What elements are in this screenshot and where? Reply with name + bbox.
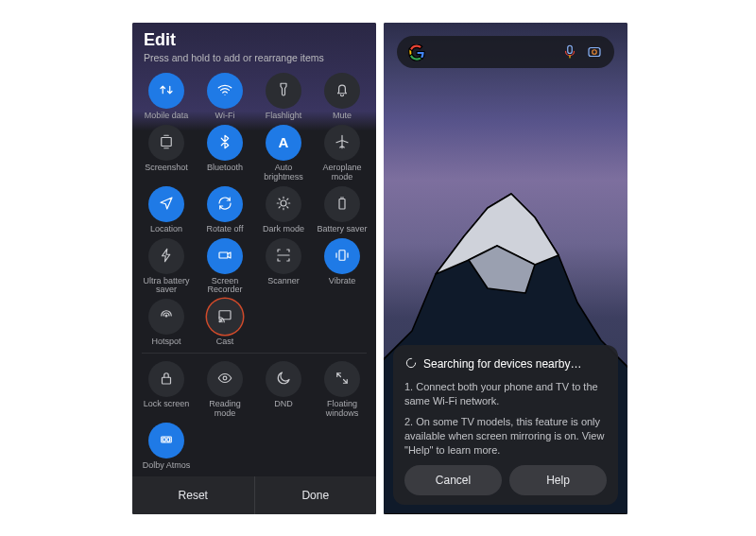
rotate-icon (216, 195, 233, 214)
tile-lock-screen[interactable]: Lock screen (138, 361, 195, 419)
cast-icon (216, 307, 233, 326)
mic-icon[interactable] (561, 43, 578, 61)
tile-ultra-battery[interactable]: Ultra battery saver (138, 238, 195, 296)
eye-icon (216, 370, 233, 389)
screenshot-icon (158, 133, 175, 152)
google-logo-icon (408, 44, 423, 60)
dolby-icon (158, 431, 175, 450)
tile-label: Floating windows (317, 400, 368, 419)
phone-right-cast-dialog: Searching for devices nearby… 1. Connect… (384, 23, 627, 514)
tile-battery-saver[interactable]: Battery saver (314, 186, 370, 234)
cast-searching-dialog: Searching for devices nearby… 1. Connect… (393, 345, 618, 505)
tile-label: Vibrate (329, 277, 355, 286)
hotspot-icon (158, 307, 175, 326)
tile-label: Screen Recorder (199, 277, 250, 296)
lock-icon (158, 370, 175, 389)
help-button[interactable]: Help (509, 465, 607, 495)
done-button[interactable]: Done (255, 476, 377, 514)
tile-label: Wi-Fi (215, 112, 235, 121)
tile-dolby[interactable]: Dolby Atmos (138, 423, 195, 471)
location-icon (158, 195, 175, 214)
tile-label: Scanner (267, 277, 300, 286)
svg-rect-3 (219, 252, 228, 258)
tile-mobile-data[interactable]: Mobile data (138, 73, 195, 121)
tile-label: Mobile data (145, 112, 189, 121)
panel-header: Edit Press and hold to add or rearrange … (132, 23, 376, 67)
svg-point-5 (165, 315, 167, 317)
bottom-button-row: Reset Done (132, 476, 376, 514)
tile-grid-active: Mobile data Wi-Fi Flashlight Mute Screen… (132, 67, 376, 349)
tile-hotspot[interactable]: Hotspot (138, 299, 195, 347)
tile-aeroplane[interactable]: Aeroplane mode (314, 125, 370, 182)
brightness-icon: A (279, 135, 289, 149)
tile-cast[interactable]: Cast (197, 299, 253, 347)
tile-label: Hotspot (151, 337, 180, 347)
video-icon (216, 247, 233, 266)
tile-label: Mute (333, 112, 352, 121)
google-search-bar[interactable] (397, 36, 614, 68)
tile-label: Auto brightness (258, 164, 309, 182)
expand-icon (334, 370, 351, 389)
svg-point-11 (163, 438, 165, 442)
wifi-icon (216, 81, 233, 100)
svg-point-12 (167, 438, 170, 442)
page-subtitle: Press and hold to add or rearrange items (144, 52, 365, 63)
svg-point-15 (406, 358, 415, 367)
flashlight-icon (275, 81, 292, 100)
scan-icon (275, 247, 292, 266)
bell-icon (334, 81, 351, 100)
tile-label: Location (150, 225, 182, 234)
tile-screen-recorder[interactable]: Screen Recorder (197, 238, 253, 296)
svg-point-7 (219, 321, 221, 323)
tile-auto-brightness[interactable]: A Auto brightness (255, 125, 312, 182)
tile-label: Cast (216, 337, 234, 347)
tile-rotate[interactable]: Rotate off (197, 186, 253, 234)
svg-rect-8 (163, 377, 171, 384)
tile-location[interactable]: Location (138, 186, 195, 234)
tile-label: DND (274, 400, 293, 409)
mobile-data-icon (158, 81, 175, 100)
svg-point-1 (281, 200, 286, 206)
tile-label: Reading mode (199, 400, 250, 419)
cancel-button[interactable]: Cancel (404, 465, 502, 495)
tile-grid-inactive: Lock screen Reading mode DND Floating wi… (132, 355, 376, 473)
phone-left-quick-settings: Edit Press and hold to add or rearrange … (132, 23, 376, 514)
tile-label: Bluetooth (207, 164, 243, 173)
tile-mute[interactable]: Mute (314, 73, 370, 121)
tile-label: Lock screen (144, 400, 190, 409)
tile-bluetooth[interactable]: Bluetooth (197, 125, 253, 182)
reset-button[interactable]: Reset (132, 476, 254, 514)
tile-label: Battery saver (317, 225, 367, 234)
svg-rect-13 (589, 48, 600, 57)
tile-label: Aeroplane mode (317, 164, 368, 182)
tile-scanner[interactable]: Scanner (255, 238, 312, 296)
spinner-icon (404, 356, 418, 372)
dark-mode-icon (275, 195, 292, 214)
bluetooth-icon (216, 133, 233, 152)
dialog-step-1: 1. Connect both your phone and TV to the… (404, 380, 607, 408)
svg-rect-0 (162, 137, 172, 146)
dialog-button-row: Cancel Help (404, 465, 607, 495)
tile-label: Screenshot (145, 164, 188, 173)
divider (142, 353, 367, 354)
tile-vibrate[interactable]: Vibrate (314, 238, 370, 296)
tile-dark-mode[interactable]: Dark mode (255, 186, 312, 234)
dialog-title: Searching for devices nearby… (423, 357, 581, 371)
svg-point-9 (223, 376, 227, 380)
tile-reading-mode[interactable]: Reading mode (197, 361, 253, 419)
bolt-icon (158, 247, 175, 266)
tile-dnd[interactable]: DND (255, 361, 312, 419)
tile-label: Rotate off (207, 225, 244, 234)
page-title: Edit (144, 30, 365, 50)
battery-icon (334, 195, 351, 214)
tile-label: Ultra battery saver (141, 277, 192, 296)
tile-screenshot[interactable]: Screenshot (138, 125, 195, 182)
tile-floating-windows[interactable]: Floating windows (314, 361, 370, 419)
lens-icon[interactable] (586, 43, 603, 61)
tile-label: Dark mode (263, 225, 304, 234)
tile-flashlight[interactable]: Flashlight (255, 73, 312, 121)
tile-label: Dolby Atmos (143, 461, 191, 471)
moon-icon (275, 370, 292, 389)
tile-wifi[interactable]: Wi-Fi (197, 73, 253, 121)
dialog-step-2: 2. On some TV models, this feature is on… (404, 415, 607, 458)
